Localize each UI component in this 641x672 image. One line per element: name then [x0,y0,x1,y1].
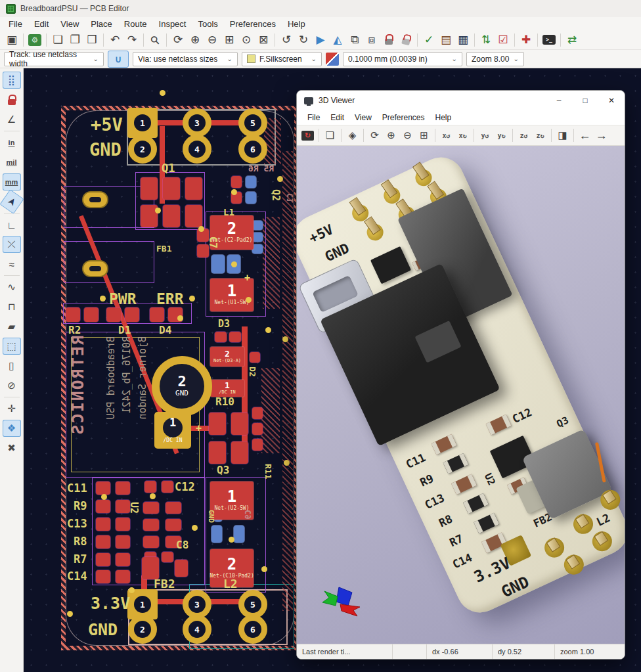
smd-pad-back[interactable] [211,255,225,273]
th-pad[interactable]: 6 [238,135,267,164]
th-pad[interactable]: 5 [238,108,267,137]
3d-menu-view[interactable]: View [349,113,377,122]
smd-pad[interactable] [185,205,202,227]
smd-pad[interactable] [252,407,263,419]
via[interactable] [231,189,237,195]
pad-net-d3a[interactable]: 2 Net-(D3-A) [210,347,244,367]
smd-pad[interactable] [144,481,156,493]
appearance-layers-icon[interactable]: ❖ [3,420,21,437]
close-button[interactable]: ✕ [598,91,625,110]
via[interactable] [160,90,166,96]
th-pad[interactable]: 2 [128,135,157,164]
via[interactable] [67,611,73,617]
smd-pad[interactable] [96,518,110,531]
zoom-fit-objects-icon[interactable]: ⊙ [238,32,255,48]
polar-coordinates-icon[interactable]: ∠ [3,111,21,128]
rotate-z-cw-icon[interactable]: z↻ [532,127,548,143]
flip-board-icon[interactable]: ◨ [554,127,571,143]
smd-pad[interactable] [175,560,188,577]
smd-pad[interactable] [229,332,241,342]
3d-menu-help[interactable]: Help [430,113,457,122]
layer-pair-icon[interactable] [326,53,339,66]
exchange-footprints-icon[interactable]: ⇄ [564,32,581,48]
via[interactable] [177,315,183,321]
3d-menu-preferences[interactable]: Preferences [377,113,430,122]
pad-dcin-square[interactable]: 1 /DC IN [154,412,191,449]
rotate-ccw-icon[interactable]: ↺ [278,32,295,48]
via-size-select[interactable]: Via: use netclass sizes ⌄ [133,52,238,66]
menu-tools[interactable]: Tools [192,17,223,30]
smd-pad-back[interactable] [252,221,263,230]
redraw-icon[interactable]: ⟳ [366,127,383,143]
update-pcb-icon[interactable]: ⇅ [477,32,495,48]
th-pad[interactable]: 4 [183,135,211,164]
print-icon[interactable]: ❐ [66,32,83,48]
grid-select[interactable]: 0.1000 mm (0.0039 in) ⌄ [343,52,462,66]
rotate-x-ccw-icon[interactable]: x↺ [438,127,454,143]
group-icon[interactable]: ⧉ [346,32,363,48]
pad-sketch-mode-icon[interactable]: ⊘ [3,377,21,394]
mirror-icon[interactable]: ◭ [329,32,346,48]
via[interactable] [101,494,107,500]
pad-gnd-round[interactable]: 2 GND [152,356,212,416]
smd-pad[interactable] [231,441,248,464]
smd-pad[interactable] [106,307,121,322]
smd-pad-back[interactable] [252,244,263,254]
footprint-sketch-mode-icon[interactable]: ▯ [3,357,21,374]
smd-pad[interactable] [96,535,110,549]
3d-viewer-icon[interactable]: ▦ [454,32,472,48]
lock-icon[interactable] [380,32,397,48]
library-browser-icon[interactable]: ▤ [437,32,454,48]
smd-pad[interactable] [96,500,110,513]
plot-icon[interactable]: ❒ [83,32,100,48]
via[interactable] [277,176,283,182]
menu-file[interactable]: File [3,17,28,30]
zoom-out-icon[interactable]: ⊖ [204,32,221,48]
rotate-y-cw-icon[interactable]: y↻ [493,127,510,143]
smd-pad[interactable] [166,502,181,514]
via[interactable] [129,587,135,593]
unlock-icon[interactable] [397,32,414,48]
smd-pad-back[interactable] [211,526,222,543]
zoom-selection-icon[interactable]: ⊠ [255,32,272,48]
mount-pad[interactable] [82,191,108,208]
cursor-shape-icon[interactable]: ➤ [0,189,24,214]
copy-image-icon[interactable]: ❏ [322,127,338,143]
smd-pad[interactable] [162,481,173,493]
via-sketch-mode-icon[interactable]: ⬚ [3,338,21,355]
smd-pad[interactable] [116,535,130,549]
rotate-x-cw-icon[interactable]: x↻ [454,127,471,143]
menu-place[interactable]: Place [85,17,118,30]
menu-help[interactable]: Help [282,17,311,30]
via[interactable] [284,460,290,466]
3d-viewer-titlebar[interactable]: 3D Viewer – □ ✕ [297,91,625,110]
crosshair-45-icon[interactable]: ∟ [3,216,21,233]
smd-pad[interactable] [252,423,263,435]
footprint-checker-icon[interactable]: ✓ [420,32,437,48]
smd-pad[interactable] [84,307,99,322]
via[interactable] [150,493,156,499]
orthographic-view-icon[interactable]: ◈ [344,127,361,143]
via[interactable] [192,525,198,531]
units-mm-icon[interactable]: mm [3,173,21,190]
smd-pad[interactable] [215,332,227,342]
menu-edit[interactable]: Edit [28,17,55,30]
grid-origin-lock-icon[interactable] [3,91,21,108]
zoom-in-icon[interactable]: ⊕ [383,127,399,143]
redo-icon[interactable]: ↷ [123,32,141,48]
zoom-fit-icon[interactable]: ⊞ [416,127,432,143]
via[interactable] [155,208,161,213]
via[interactable] [198,226,204,232]
smd-pad[interactable] [163,177,180,200]
th-pad[interactable]: 4 [183,615,211,644]
flip-board-view-icon[interactable]: ▶ [312,32,329,48]
crosshair-cursor-icon[interactable]: ✛ [3,400,21,417]
th-pad[interactable]: 1 [128,108,157,137]
smd-pad[interactable] [116,482,130,495]
th-pad[interactable]: 6 [238,615,267,644]
smd-pad[interactable] [96,553,110,566]
smd-pad[interactable] [116,553,130,566]
drc-icon[interactable]: ☑ [495,32,512,48]
smd-pad[interactable] [143,502,159,514]
th-pad[interactable]: 3 [183,108,211,137]
